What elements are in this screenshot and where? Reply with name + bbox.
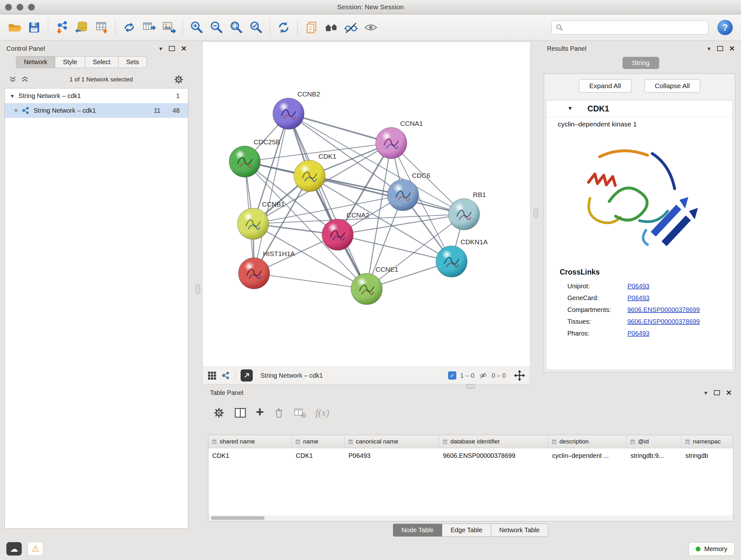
tab-edge-table[interactable]: Edge Table — [442, 523, 491, 537]
network-node-CCNA2[interactable] — [322, 219, 353, 250]
pan-crosshair-icon[interactable] — [514, 370, 525, 381]
expand-all-icon[interactable] — [21, 76, 29, 83]
function-builder-button[interactable]: f(x) — [316, 407, 329, 419]
horizontal-scrollbar[interactable] — [208, 515, 733, 521]
import-table-button[interactable] — [92, 18, 111, 37]
collapse-panel-icon[interactable]: ▾ — [159, 46, 162, 52]
columns-icon[interactable] — [234, 408, 246, 418]
cloud-button[interactable]: ☁ — [6, 542, 22, 556]
crosslink-link[interactable]: 9606.ENSP00000378699 — [627, 318, 700, 325]
collapse-all-button[interactable]: Collapse All — [644, 79, 700, 92]
search-box[interactable] — [551, 20, 709, 35]
crosslink-link[interactable]: 9606.ENSP00000378699 — [627, 306, 700, 314]
window-zoom-button[interactable] — [28, 4, 35, 10]
network-node-CCNE1[interactable] — [351, 273, 382, 305]
table-row[interactable]: CDK1CDK1P064939606.ENSP00000378699cyclin… — [208, 448, 733, 463]
apply-layout-button[interactable] — [274, 18, 293, 37]
network-node-RB1[interactable] — [448, 199, 480, 230]
network-node-CDKN1A[interactable] — [436, 246, 467, 277]
network-node-CCNB2[interactable] — [273, 98, 304, 129]
gear-icon[interactable] — [174, 74, 184, 84]
expand-all-button[interactable]: Expand All — [579, 79, 631, 92]
export-image-button[interactable] — [159, 18, 178, 37]
network-label: String Network – cdk1 — [33, 107, 96, 114]
tab-node-table[interactable]: Node Table — [393, 523, 442, 537]
collapse-panel-icon[interactable]: ▾ — [708, 46, 711, 52]
float-panel-icon[interactable] — [717, 46, 723, 51]
clone-network-button[interactable] — [302, 18, 321, 37]
tab-network-table[interactable]: Network Table — [491, 523, 548, 537]
crosslink-link[interactable]: P06493 — [627, 283, 650, 290]
splitter-handle[interactable] — [466, 384, 475, 388]
column-header--id[interactable]: @id — [627, 435, 682, 448]
node-table[interactable]: shared namenamecanonical namedatabase id… — [208, 435, 733, 516]
network-collection-row[interactable]: ▼ String Network – cdk1 1 — [5, 88, 188, 103]
save-session-button[interactable] — [25, 18, 44, 37]
add-column-button[interactable]: + — [256, 405, 264, 419]
search-input[interactable] — [566, 23, 704, 32]
crosslink-link[interactable]: P06493 — [627, 294, 650, 302]
tab-style[interactable]: Style — [55, 56, 84, 68]
collapse-all-icon[interactable] — [9, 76, 17, 83]
export-view-button[interactable] — [241, 369, 253, 381]
memory-button[interactable]: Memory — [688, 542, 735, 556]
close-panel-icon[interactable]: × — [726, 388, 731, 397]
network-node-CDC25B[interactable] — [229, 146, 260, 177]
import-network-database-button[interactable] — [72, 18, 91, 37]
tab-sets[interactable]: Sets — [118, 56, 147, 68]
column-header-namespac[interactable]: namespac — [682, 435, 733, 448]
network-row[interactable]: String Network – cdk1 11 48 — [5, 103, 188, 118]
grid-view-icon[interactable] — [208, 371, 216, 380]
import-network-file-button[interactable] — [53, 18, 71, 37]
open-session-button[interactable] — [5, 18, 23, 37]
show-graphics-details-button[interactable] — [361, 18, 380, 37]
network-node-HIST1H1A[interactable] — [239, 258, 270, 289]
birdseye-view-icon[interactable] — [221, 371, 230, 380]
trash-icon[interactable] — [273, 407, 284, 419]
tab-string[interactable]: String — [623, 57, 659, 69]
crosslink-link[interactable]: P06493 — [627, 330, 650, 337]
scrollbar-thumb[interactable] — [211, 516, 265, 520]
tab-select[interactable]: Select — [85, 56, 118, 68]
delete-table-icon[interactable] — [294, 408, 306, 418]
column-header-canonical-name[interactable]: canonical name — [345, 435, 439, 448]
window-close-button[interactable] — [5, 4, 12, 10]
tree-expand-icon[interactable]: ▼ — [10, 93, 15, 99]
network-selected-count: 1 of 1 Network selected — [33, 76, 169, 83]
column-header-database-identifier[interactable]: database identifier — [439, 435, 548, 448]
window-minimize-button[interactable] — [17, 4, 23, 10]
starter-panel-button[interactable] — [322, 18, 340, 37]
network-node-CCNB1[interactable] — [238, 208, 269, 240]
collapse-panel-icon[interactable]: ▾ — [704, 390, 708, 396]
help-button[interactable]: ? — [718, 20, 733, 35]
splitter-handle[interactable] — [534, 208, 538, 218]
tab-network[interactable]: Network — [16, 56, 55, 68]
collapse-gene-icon[interactable]: ▼ — [567, 105, 573, 112]
hidden-eye-slash-icon[interactable] — [478, 371, 488, 380]
zoom-in-button[interactable] — [187, 18, 206, 37]
warnings-button[interactable]: ⚠ — [27, 542, 44, 556]
zoom-selected-button[interactable] — [247, 18, 265, 37]
gene-header[interactable]: ▼ CDK1 — [546, 100, 733, 117]
column-header-description[interactable]: description — [548, 435, 627, 448]
network-view[interactable]: CCNB2CCNA1CDC25BCDK1CDC6RB1CCNB1CCNA2CDK… — [202, 42, 530, 384]
zoom-out-button[interactable] — [207, 18, 226, 37]
selected-checkbox-icon[interactable]: ✓ — [448, 371, 456, 380]
gear-icon[interactable] — [213, 407, 225, 419]
crosslink-row: Uniprot:P06493 — [546, 280, 733, 292]
network-node-CDK1[interactable] — [294, 160, 325, 192]
float-panel-icon[interactable] — [169, 46, 175, 51]
column-header-name[interactable]: name — [292, 435, 345, 448]
network-node-CCNA1[interactable] — [376, 127, 407, 159]
zoom-fit-button[interactable] — [227, 18, 246, 37]
new-network-from-selection-button[interactable] — [120, 18, 138, 37]
network-canvas[interactable]: CCNB2CCNA1CDC25BCDK1CDC6RB1CCNB1CCNA2CDK… — [203, 42, 530, 367]
close-panel-icon[interactable]: × — [730, 44, 735, 53]
hide-graphics-details-button[interactable] — [342, 18, 360, 37]
network-node-CDC6[interactable] — [387, 179, 419, 211]
splitter-handle[interactable] — [196, 284, 200, 294]
float-panel-icon[interactable] — [714, 390, 720, 395]
close-panel-icon[interactable]: × — [181, 44, 186, 53]
export-table-button[interactable] — [140, 18, 158, 37]
column-header-shared-name[interactable]: shared name — [208, 435, 292, 448]
